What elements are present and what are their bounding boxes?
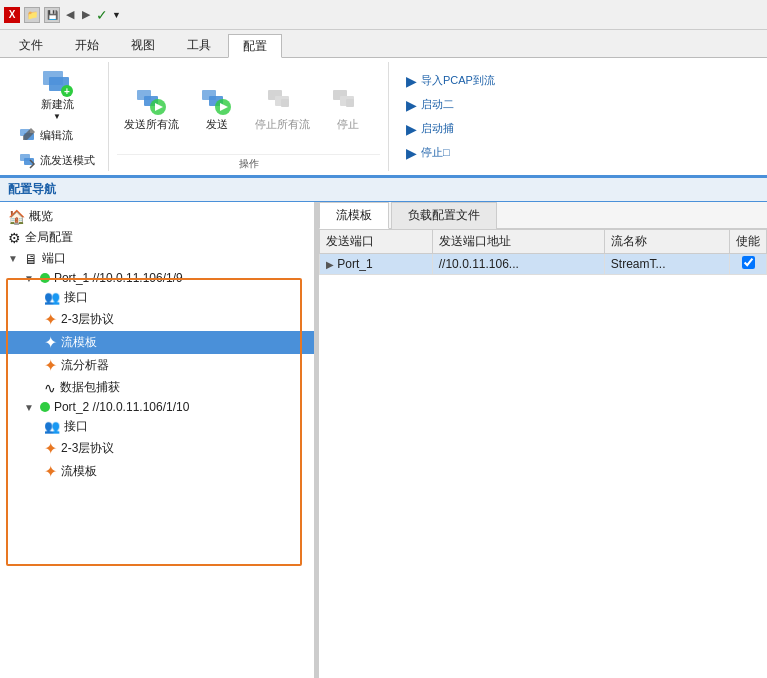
tab-payload-config[interactable]: 负载配置文件 [391,202,497,229]
tree-item-port1-capture[interactable]: ∿ 数据包捕获 [0,377,314,398]
start2-button[interactable]: ▶ 启动捕 [397,118,504,140]
port2-interface-label: 接口 [64,418,88,435]
start1-button[interactable]: ▶ 启动二 [397,94,504,116]
main-content: 🏠 概览 ⚙ 全局配置 ▼ 🖥 端口 ▼ Port_1 //10.0.11.10… [0,202,767,678]
tab-file[interactable]: 文件 [4,33,58,57]
ribbon-tabs: 文件 开始 视图 工具 配置 [0,30,767,58]
new-flow-button[interactable]: + 新建流 ▼ [32,62,82,124]
port2-expand[interactable]: ▼ [24,402,34,413]
stop3-icon: ▶ [406,145,417,161]
tree-item-port1-l23[interactable]: ✦ 2-3层协议 [0,308,314,331]
stop-all-label: 停止所有流 [255,117,310,132]
row-address: //10.0.11.106... [432,254,604,275]
start1-label: 启动二 [421,97,454,112]
stop3-button[interactable]: ▶ 停止□ [397,142,504,164]
tree-item-port1-stream[interactable]: ✦ 流模板 [0,331,314,354]
tab-config[interactable]: 配置 [228,34,282,58]
tab-stream-template[interactable]: 流模板 [319,202,389,229]
stop-label: 停止 [337,117,359,132]
ribbon-group-send: 发送所有流 发送 [109,62,389,171]
send-button[interactable]: 发送 [192,82,242,135]
port2-stream-icon: ✦ [44,462,57,481]
interface-icon: 👥 [44,290,60,305]
tab-tools[interactable]: 工具 [172,33,226,57]
tree-item-port2[interactable]: ▼ Port_2 //10.0.11.106/1/10 [0,398,314,416]
send-label: 发送 [206,117,228,132]
ports-expand[interactable]: ▼ [8,253,18,264]
import-pcap-button[interactable]: ▶ 导入PCAP到流 [397,70,504,92]
port2-interface-icon: 👥 [44,419,60,434]
section-label: 配置导航 [8,182,56,196]
send-all-label: 发送所有流 [124,117,179,132]
send-mode-button[interactable]: 流发送模式 [14,149,100,171]
tree-item-port1-interface[interactable]: 👥 接口 [0,287,314,308]
tree-item-port2-interface[interactable]: 👥 接口 [0,416,314,437]
dropdown-arrow[interactable]: ▼ [112,10,121,20]
port1-interface-label: 接口 [64,289,88,306]
app-icon: X [4,7,20,23]
tree-item-port2-l23[interactable]: ✦ 2-3层协议 [0,437,314,460]
port2-label: Port_2 //10.0.11.106/1/10 [54,400,189,414]
tree-item-port2-stream[interactable]: ✦ 流模板 [0,460,314,483]
edit-stream-button[interactable]: 编辑流 [14,124,100,146]
port1-l23-label: 2-3层协议 [61,311,114,328]
table-row[interactable]: ▶ Port_1 //10.0.11.106... StreamT... [320,254,767,275]
stop3-label: 停止□ [421,145,450,160]
send-mode-icon [19,151,37,169]
stop-icon [332,85,364,117]
forward-arrow[interactable]: ▶ [80,8,92,21]
import-pcap-icon: ▶ [406,73,417,89]
port1-label: Port_1 //10.0.11.106/1/9 [54,271,183,285]
save-icon[interactable]: 💾 [44,7,60,23]
port2-l23-label: 2-3层协议 [61,440,114,457]
global-icon: ⚙ [8,230,21,246]
table-container: 发送端口 发送端口地址 流名称 使能 ▶ Port_1 //10.0.11.10… [319,229,767,678]
section-bar: 配置导航 [0,177,767,202]
new-flow-dropdown[interactable]: ▼ [53,112,61,121]
col-header-name: 流名称 [604,230,729,254]
row-arrow-cell: ▶ Port_1 [320,254,433,275]
tree-item-port1[interactable]: ▼ Port_1 //10.0.11.106/1/9 [0,269,314,287]
port1-expand[interactable]: ▼ [24,273,34,284]
tree-item-port1-analyzer[interactable]: ✦ 流分析器 [0,354,314,377]
tab-start[interactable]: 开始 [60,33,114,57]
back-arrow[interactable]: ◀ [64,8,76,21]
svg-rect-21 [346,99,354,107]
port1-analyzer-label: 流分析器 [61,357,109,374]
tree-item-global[interactable]: ⚙ 全局配置 [0,227,314,248]
enabled-checkbox[interactable] [742,256,755,269]
start1-icon: ▶ [406,97,417,113]
row-name: StreamT... [604,254,729,275]
title-bar: X 📁 💾 ◀ ▶ ✓ ▼ [0,0,767,30]
stream-table: 发送端口 发送端口地址 流名称 使能 ▶ Port_1 //10.0.11.10… [319,229,767,275]
start2-label: 启动捕 [421,121,454,136]
port1-stream-label: 流模板 [61,334,97,351]
left-panel: 🏠 概览 ⚙ 全局配置 ▼ 🖥 端口 ▼ Port_1 //10.0.11.10… [0,202,315,678]
send-group-label: 操作 [117,154,380,171]
row-enabled[interactable] [730,254,767,275]
stop-all-icon [267,85,299,117]
stop-all-button[interactable]: 停止所有流 [248,82,317,135]
send-all-button[interactable]: 发送所有流 [117,82,186,135]
stream-icon: ✦ [44,333,57,352]
ports-label: 端口 [42,250,66,267]
svg-rect-18 [281,99,289,107]
port2-stream-label: 流模板 [61,463,97,480]
analyzer-icon: ✦ [44,356,57,375]
capture-icon: ∿ [44,380,56,396]
col-header-enabled: 使能 [730,230,767,254]
tab-view[interactable]: 视图 [116,33,170,57]
stop-button[interactable]: 停止 [323,82,373,135]
send-icon [201,85,233,117]
import-pcap-label: 导入PCAP到流 [421,73,495,88]
col-header-port: 发送端口 [320,230,433,254]
folder-icon[interactable]: 📁 [24,7,40,23]
tree-item-ports[interactable]: ▼ 🖥 端口 [0,248,314,269]
ribbon-group-actions: ▶ 导入PCAP到流 ▶ 启动二 ▶ 启动捕 ▶ 停止□ [389,62,512,171]
edit-stream-label: 编辑流 [40,128,73,143]
send-mode-label: 流发送模式 [40,153,95,168]
ribbon-group-newflow: + 新建流 ▼ 编辑流 [6,62,109,171]
tree-item-overview[interactable]: 🏠 概览 [0,206,314,227]
svg-text:+: + [64,86,70,97]
l23-icon: ✦ [44,310,57,329]
